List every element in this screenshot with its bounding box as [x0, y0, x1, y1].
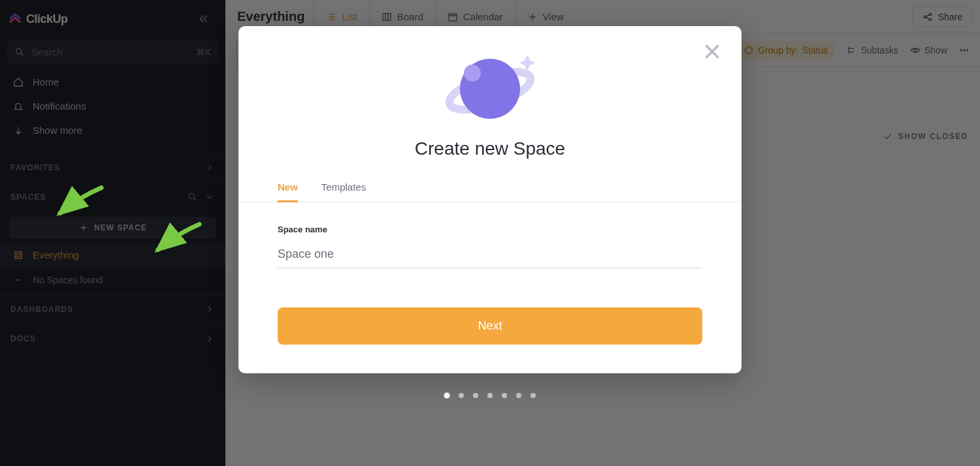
modal-form: Space name Next [238, 202, 742, 345]
close-icon [701, 40, 723, 63]
step-dot[interactable] [444, 393, 449, 398]
modal-title: Create new Space [415, 138, 565, 159]
space-name-label: Space name [278, 225, 702, 234]
step-dot[interactable] [487, 393, 493, 398]
app-root: ClickUp ⌘K Home Notifications Show more [0, 0, 980, 466]
create-space-modal: Create new Space New Templates Space nam… [238, 26, 742, 373]
step-dot[interactable] [531, 393, 536, 398]
space-name-input[interactable] [278, 246, 702, 268]
modal-overlay[interactable]: Create new Space New Templates Space nam… [0, 0, 980, 466]
next-button[interactable]: Next [278, 307, 702, 345]
step-dots [444, 393, 536, 398]
step-dot[interactable] [459, 393, 464, 398]
close-modal-button[interactable] [701, 40, 723, 63]
modal-tab-new[interactable]: New [278, 181, 298, 202]
step-dot[interactable] [473, 393, 478, 398]
planet-illustration [441, 48, 539, 129]
svg-point-20 [464, 65, 481, 82]
modal-tabs: New Templates [238, 159, 742, 202]
step-dot[interactable] [516, 393, 521, 398]
modal-tab-templates[interactable]: Templates [321, 181, 366, 202]
step-dot[interactable] [502, 393, 507, 398]
